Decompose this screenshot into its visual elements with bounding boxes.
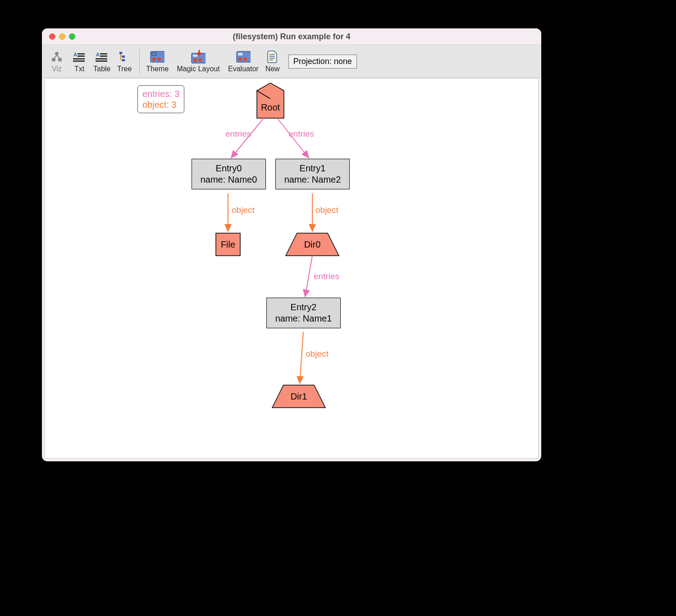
node-entry2-name: name: Name1 bbox=[275, 313, 332, 324]
svg-rect-2 bbox=[58, 58, 62, 61]
magic-layout-label: Magic Layout bbox=[177, 65, 219, 73]
titlebar: (filesystem) Run example for 4 bbox=[42, 28, 541, 45]
new-icon bbox=[265, 50, 280, 64]
evaluator-label: Evaluator bbox=[228, 65, 259, 73]
table-icon: A bbox=[95, 50, 109, 64]
tab-viz[interactable]: Viz bbox=[46, 49, 68, 74]
node-entry2-title: Entry2 bbox=[291, 302, 317, 313]
close-icon[interactable] bbox=[49, 33, 55, 40]
node-dir0-label-wrap: Dir0 bbox=[286, 233, 339, 256]
svg-rect-12 bbox=[96, 60, 107, 62]
node-entry2[interactable]: Entry2 name: Name1 bbox=[266, 298, 341, 328]
theme-label: Theme bbox=[146, 65, 169, 73]
toolbar-separator bbox=[139, 49, 140, 74]
svg-point-19 bbox=[157, 57, 161, 61]
svg-point-22 bbox=[193, 58, 197, 62]
svg-rect-1 bbox=[52, 58, 55, 61]
zoom-icon[interactable] bbox=[69, 33, 75, 40]
svg-text:A: A bbox=[96, 52, 100, 57]
svg-point-27 bbox=[243, 57, 247, 61]
svg-rect-15 bbox=[122, 59, 125, 61]
svg-rect-4 bbox=[78, 53, 85, 55]
projection-selector[interactable]: Projection: none bbox=[288, 55, 357, 69]
node-dir0-label: Dir0 bbox=[304, 239, 321, 250]
svg-text:A: A bbox=[73, 52, 77, 57]
evaluator-icon bbox=[236, 50, 251, 64]
minimize-icon[interactable] bbox=[59, 33, 65, 40]
node-entry0-title: Entry0 bbox=[216, 163, 242, 174]
node-dir1-label-wrap: Dir1 bbox=[272, 385, 325, 408]
app-window: (filesystem) Run example for 4 Viz A Txt… bbox=[42, 28, 541, 461]
svg-point-18 bbox=[152, 57, 156, 61]
txt-icon: A bbox=[72, 50, 87, 64]
tab-table-label: Table bbox=[93, 65, 110, 73]
tab-viz-label: Viz bbox=[52, 65, 62, 73]
tab-txt[interactable]: A Txt bbox=[68, 49, 91, 74]
svg-point-26 bbox=[238, 57, 242, 61]
tab-tree[interactable]: Tree bbox=[113, 49, 136, 74]
evaluator-button[interactable]: Evaluator bbox=[225, 49, 261, 74]
tab-txt-label: Txt bbox=[74, 65, 84, 73]
node-entry0-name: name: Name0 bbox=[201, 174, 257, 185]
svg-rect-5 bbox=[78, 55, 85, 57]
theme-icon bbox=[150, 50, 164, 64]
edge-root-entry1 bbox=[277, 118, 309, 158]
svg-rect-7 bbox=[73, 60, 85, 62]
node-entry1-title: Entry1 bbox=[300, 163, 326, 174]
window-title: (filesystem) Run example for 4 bbox=[42, 32, 541, 41]
svg-point-23 bbox=[198, 58, 202, 62]
svg-rect-9 bbox=[100, 53, 107, 55]
svg-rect-10 bbox=[100, 55, 107, 57]
magic-layout-button[interactable]: Magic Layout bbox=[171, 49, 225, 74]
toolbar: Viz A Txt A Table Tree bbox=[42, 45, 541, 78]
svg-rect-14 bbox=[122, 55, 125, 58]
node-entry1-name: name: Name2 bbox=[284, 174, 341, 185]
visualization-canvas[interactable]: entries: 3 object: 3 bbox=[45, 78, 539, 459]
node-root-label-wrap: Root bbox=[257, 97, 284, 118]
edge-entry2-dir1 bbox=[300, 332, 303, 383]
svg-rect-6 bbox=[73, 58, 85, 60]
svg-rect-25 bbox=[238, 53, 242, 55]
tab-table[interactable]: A Table bbox=[91, 49, 113, 74]
new-button[interactable]: New bbox=[261, 49, 284, 74]
tree-icon bbox=[117, 50, 132, 64]
edge-root-entry0 bbox=[231, 118, 264, 158]
new-label: New bbox=[265, 65, 280, 73]
svg-rect-17 bbox=[152, 53, 156, 55]
node-entry0[interactable]: Entry0 name: Name0 bbox=[192, 159, 266, 189]
svg-rect-11 bbox=[96, 58, 107, 60]
tab-tree-label: Tree bbox=[117, 65, 132, 73]
svg-rect-21 bbox=[193, 55, 197, 57]
node-root-label: Root bbox=[261, 102, 280, 113]
node-file-label-wrap: File bbox=[216, 233, 240, 256]
theme-button[interactable]: Theme bbox=[143, 49, 171, 74]
edge-dir0-entry2 bbox=[305, 256, 312, 297]
node-entry1[interactable]: Entry1 name: Name2 bbox=[275, 159, 350, 189]
svg-point-0 bbox=[55, 52, 59, 55]
viz-icon bbox=[50, 50, 64, 64]
node-dir1-label: Dir1 bbox=[291, 391, 307, 402]
magic-layout-icon bbox=[191, 50, 206, 64]
svg-rect-13 bbox=[119, 52, 122, 54]
node-file-label: File bbox=[221, 239, 235, 250]
window-controls bbox=[42, 33, 75, 40]
